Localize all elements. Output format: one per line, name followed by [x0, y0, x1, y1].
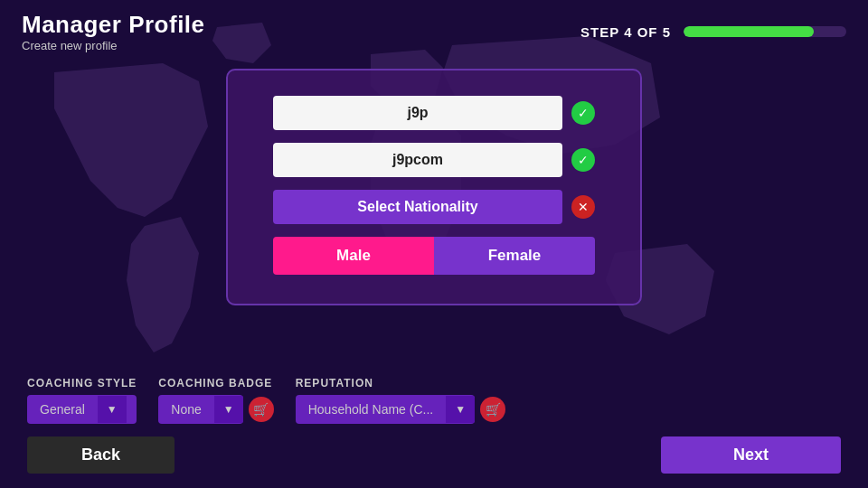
coaching-badge-value: None: [158, 395, 213, 424]
displayname-row: ✓: [273, 143, 595, 177]
next-button[interactable]: Next: [661, 436, 841, 474]
coaching-style-label: COACHING STYLE: [27, 377, 137, 389]
step-info: STEP 4 OF 5: [580, 24, 846, 40]
username-valid-icon: ✓: [571, 101, 595, 125]
gender-male-button[interactable]: Male: [273, 237, 434, 275]
actions-row: Back Next: [27, 436, 841, 474]
page-title: Manager Profile: [22, 11, 205, 39]
displayname-input[interactable]: [273, 143, 562, 177]
back-button[interactable]: Back: [27, 436, 175, 474]
coaching-badge-wrapper: None ▼ 🛒: [158, 395, 273, 424]
nationality-button[interactable]: Select Nationality: [273, 190, 562, 224]
username-row: ✓: [273, 96, 595, 130]
main-area: ✓ ✓ Select Nationality ✕ Male Female: [0, 60, 868, 362]
reputation-wrapper: Household Name (C... ▼ 🛒: [296, 395, 505, 424]
username-input[interactable]: [273, 96, 562, 130]
form-card: ✓ ✓ Select Nationality ✕ Male Female: [226, 69, 642, 305]
nationality-row: Select Nationality ✕: [273, 190, 595, 224]
header-left: Manager Profile Create new profile: [22, 11, 205, 52]
reputation-cart-icon[interactable]: 🛒: [480, 397, 505, 422]
bottom-section: COACHING STYLE General ▼ COACHING BADGE …: [0, 362, 868, 488]
progress-bar-background: [684, 26, 846, 37]
coaching-style-group: COACHING STYLE General ▼: [27, 377, 137, 424]
coaching-badge-select[interactable]: None ▼: [158, 395, 242, 424]
gender-row: Male Female: [273, 237, 595, 275]
dropdowns-row: COACHING STYLE General ▼ COACHING BADGE …: [27, 377, 841, 424]
coaching-badge-group: COACHING BADGE None ▼ 🛒: [158, 377, 273, 424]
coaching-badge-cart-icon[interactable]: 🛒: [249, 397, 274, 422]
coaching-badge-label: COACHING BADGE: [158, 377, 273, 389]
coaching-style-select[interactable]: General ▼: [27, 395, 137, 424]
reputation-select[interactable]: Household Name (C... ▼: [296, 395, 475, 424]
page-subtitle: Create new profile: [22, 39, 205, 52]
progress-bar-fill: [684, 26, 814, 37]
coaching-style-arrow-icon: ▼: [98, 396, 127, 423]
coaching-badge-arrow-icon: ▼: [214, 396, 243, 423]
step-text: STEP 4 OF 5: [580, 24, 671, 40]
main-content: Manager Profile Create new profile STEP …: [0, 0, 868, 488]
reputation-label: REPUTATION: [296, 377, 505, 389]
reputation-arrow-icon: ▼: [446, 396, 475, 423]
reputation-group: REPUTATION Household Name (C... ▼ 🛒: [296, 377, 505, 424]
header: Manager Profile Create new profile STEP …: [0, 0, 868, 60]
displayname-valid-icon: ✓: [571, 148, 595, 172]
gender-female-button[interactable]: Female: [434, 237, 595, 275]
coaching-style-value: General: [27, 395, 98, 424]
reputation-value: Household Name (C...: [296, 395, 447, 424]
nationality-invalid-icon: ✕: [571, 195, 595, 219]
